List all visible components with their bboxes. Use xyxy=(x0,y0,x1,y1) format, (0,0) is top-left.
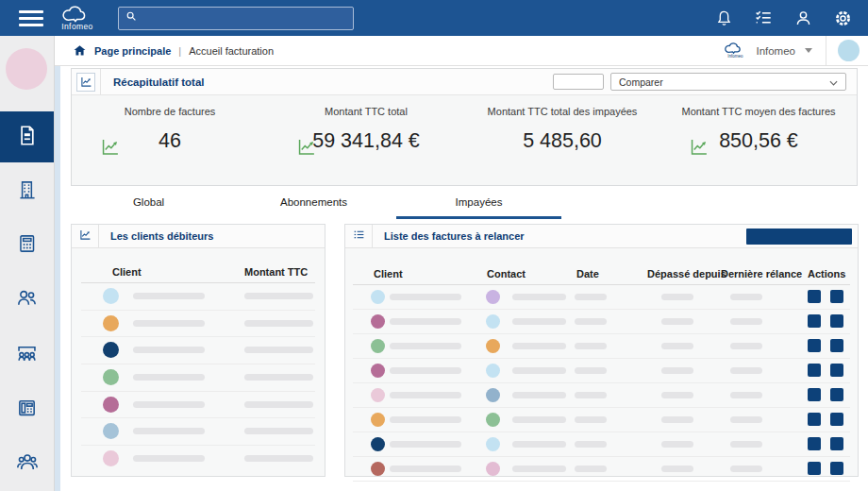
debtor-row[interactable] xyxy=(81,283,315,311)
fax-icon xyxy=(14,395,40,424)
client-name-skeleton xyxy=(133,320,205,327)
action-button-2[interactable] xyxy=(830,413,843,426)
invoice-row[interactable] xyxy=(353,457,850,482)
org-switcher[interactable]: Infomeo Infomeo xyxy=(723,42,812,59)
action-button-2[interactable] xyxy=(830,290,843,303)
column-actions: Actions xyxy=(808,268,845,279)
invoice-row[interactable] xyxy=(353,285,850,310)
tab-impayees[interactable]: Impayées xyxy=(396,188,561,219)
invoice-row[interactable] xyxy=(353,359,850,383)
column-date: Date xyxy=(576,268,599,279)
settings-icon[interactable] xyxy=(832,8,853,28)
debtor-row[interactable] xyxy=(81,337,315,364)
invoice-row[interactable] xyxy=(353,432,850,457)
trend-chart-icon xyxy=(76,73,95,92)
action-button-1[interactable] xyxy=(808,413,821,426)
tasks-icon[interactable] xyxy=(753,8,774,28)
client-name-skeleton xyxy=(390,441,461,448)
org-logo-icon: Infomeo xyxy=(723,42,747,59)
stat-total-ttc: Montant TTC total 59 341,84 € xyxy=(268,95,464,186)
debtor-row[interactable] xyxy=(81,418,315,446)
action-button-2[interactable] xyxy=(830,388,843,401)
invoice-row[interactable] xyxy=(353,310,850,334)
tab-global[interactable]: Global xyxy=(66,188,231,219)
notifications-icon[interactable] xyxy=(713,8,734,28)
stat-invoice-count: Nombre de factures 46 xyxy=(72,95,268,186)
date-skeleton xyxy=(575,466,607,472)
top-bar: Infomeo xyxy=(0,0,868,36)
action-button-2[interactable] xyxy=(830,437,843,450)
invoices-panel-header: Liste des factures à relancer xyxy=(345,225,858,248)
action-button-1[interactable] xyxy=(808,290,821,303)
search-input[interactable] xyxy=(142,11,347,25)
sidebar-item-fax[interactable] xyxy=(0,383,54,434)
stat-label: Nombre de factures xyxy=(125,106,216,117)
action-button-2[interactable] xyxy=(830,314,843,328)
client-avatar xyxy=(103,423,119,439)
action-button-1[interactable] xyxy=(808,388,821,401)
debtor-row[interactable] xyxy=(81,392,315,419)
action-button-1[interactable] xyxy=(808,314,821,328)
date-skeleton xyxy=(575,441,607,448)
app-window: Infomeo xyxy=(0,0,868,491)
relance-primary-button[interactable] xyxy=(746,229,852,245)
sidebar-item-accounting[interactable] xyxy=(0,220,54,271)
search-bar[interactable] xyxy=(118,7,354,30)
client-avatar xyxy=(371,339,385,353)
sidebar-item-clients[interactable] xyxy=(0,274,54,325)
summary-filter-input[interactable] xyxy=(553,74,604,90)
client-avatar xyxy=(371,364,385,378)
column-client: Client xyxy=(112,266,142,278)
tab-abonnements[interactable]: Abonnements xyxy=(231,188,396,219)
summary-icon-cell xyxy=(72,69,101,94)
debtor-row[interactable] xyxy=(81,311,315,338)
action-button-2[interactable] xyxy=(830,339,843,352)
invoice-row[interactable] xyxy=(353,383,850,408)
contact-avatar xyxy=(486,290,500,304)
invoice-row[interactable] xyxy=(353,334,850,359)
breadcrumb-separator: | xyxy=(178,45,181,57)
last-reminder-skeleton xyxy=(730,294,762,300)
contact-avatar xyxy=(486,437,500,451)
contact-name-skeleton xyxy=(512,441,566,448)
client-name-skeleton xyxy=(390,343,461,349)
calculator-icon xyxy=(15,231,40,260)
last-reminder-skeleton xyxy=(730,392,762,398)
invoice-document-icon xyxy=(14,123,40,152)
action-button-1[interactable] xyxy=(808,339,821,352)
stat-label: Montant TTC total xyxy=(325,106,408,117)
client-name-skeleton xyxy=(133,347,205,353)
debtor-row[interactable] xyxy=(81,446,315,472)
sidebar-item-team[interactable] xyxy=(0,438,54,489)
user-icon[interactable] xyxy=(793,8,813,28)
amount-skeleton xyxy=(244,347,313,353)
menu-icon[interactable] xyxy=(19,10,43,26)
amount-skeleton xyxy=(244,320,313,327)
sidebar-item-meetings[interactable] xyxy=(0,330,54,381)
stat-unpaid-ttc: Montant TTC total des impayées 5 485,60 xyxy=(464,95,660,186)
org-logo-caption: Infomeo xyxy=(727,54,743,59)
action-button-1[interactable] xyxy=(808,437,821,450)
summary-card: Récapitulatif total Comparer Nombre de f… xyxy=(71,68,858,186)
home-icon[interactable] xyxy=(73,43,87,58)
avatar[interactable] xyxy=(838,40,860,61)
action-button-1[interactable] xyxy=(808,364,821,377)
action-button-2[interactable] xyxy=(830,462,843,475)
sidebar-avatar[interactable] xyxy=(6,48,47,90)
invoices-icon-cell xyxy=(345,225,373,247)
invoice-row[interactable] xyxy=(353,408,850,432)
contact-avatar xyxy=(486,462,500,476)
client-avatar xyxy=(103,315,119,331)
debtor-row[interactable] xyxy=(81,364,315,392)
sidebar-item-companies[interactable] xyxy=(0,166,54,217)
action-button-1[interactable] xyxy=(808,462,821,475)
contact-name-skeleton xyxy=(512,416,566,423)
app-logo[interactable]: Infomeo xyxy=(59,6,95,31)
action-button-2[interactable] xyxy=(830,364,843,377)
chevron-down-icon xyxy=(829,76,838,88)
client-name-skeleton xyxy=(133,428,205,434)
compare-select[interactable]: Comparer xyxy=(610,73,846,91)
sidebar-item-invoices[interactable] xyxy=(0,111,54,162)
breadcrumb-primary[interactable]: Page principale xyxy=(94,45,171,57)
contact-name-skeleton xyxy=(512,294,566,300)
